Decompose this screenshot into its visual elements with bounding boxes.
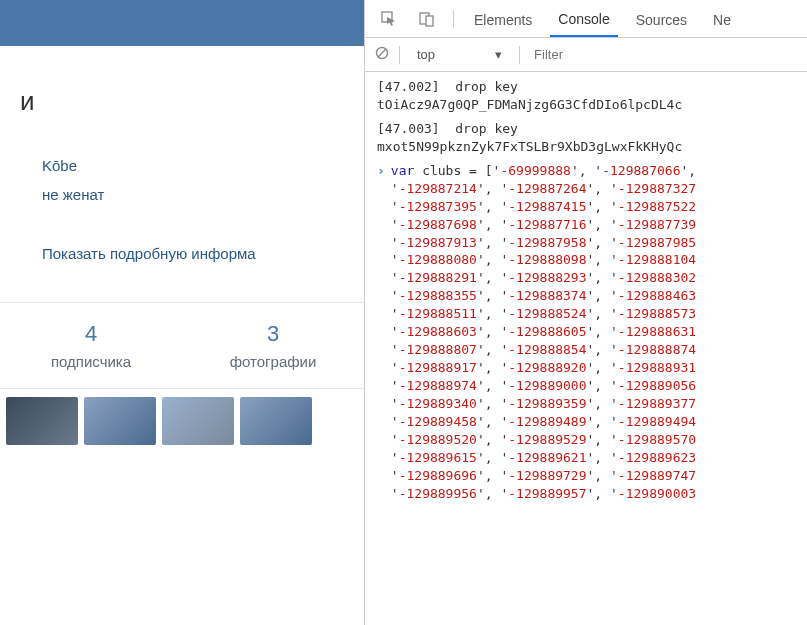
stat-photos[interactable]: 3 фотографии [182,321,364,370]
tab-elements[interactable]: Elements [466,2,540,36]
console-output[interactable]: [47.002] drop key tOiAcz9A7g0QP_FDMaNjzg… [365,72,807,625]
filter-input[interactable] [530,45,797,64]
photo-thumb[interactable] [84,397,156,445]
profile-marital-status: не женат [42,186,364,203]
stat-number: 4 [0,321,182,347]
stat-subscribers[interactable]: 4 подписчика [0,321,182,370]
svg-line-4 [378,49,386,57]
photo-thumb[interactable] [162,397,234,445]
console-log: [47.002] drop key tOiAcz9A7g0QP_FDMaNjzg… [377,78,807,114]
toggle-device-icon[interactable] [413,8,441,30]
profile-city: Kōbe [42,157,364,174]
console-code: var clubs = ['-69999888', '-129887066', … [391,162,704,503]
devtools-tabs: Elements Console Sources Ne [365,0,807,38]
tab-network[interactable]: Ne [705,2,739,36]
svg-rect-2 [426,16,433,26]
profile-info: Kōbe не женат [0,129,364,203]
stat-label: подписчика [0,353,182,370]
console-toolbar: top ▾ [365,38,807,72]
separator [453,10,454,28]
chevron-down-icon: ▾ [495,47,502,62]
photo-thumb[interactable] [6,397,78,445]
profile-name-fragment: и [0,46,364,129]
prompt-caret-icon: › [377,162,385,180]
vk-top-bar [0,0,364,46]
vk-profile-pane: и Kōbe не женат Показать подробную инфор… [0,0,365,625]
stat-number: 3 [182,321,364,347]
photo-thumb[interactable] [240,397,312,445]
stat-label: фотографии [182,353,364,370]
inspect-element-icon[interactable] [375,8,403,30]
console-log: [47.003] drop key mxot5N99pkznZyk7FxTSLB… [377,120,807,156]
tab-console[interactable]: Console [550,1,617,37]
clear-console-icon[interactable] [375,46,389,63]
separator [399,46,400,64]
context-selector[interactable]: top ▾ [410,44,509,65]
context-label: top [417,47,435,62]
devtools-pane: Elements Console Sources Ne top ▾ [47.00… [365,0,807,625]
show-details-link[interactable]: Показать подробную информа [0,215,364,262]
console-input-line[interactable]: › var clubs = ['-69999888', '-129887066'… [377,162,807,503]
tab-sources[interactable]: Sources [628,2,695,36]
photo-thumbnails [0,389,364,445]
profile-stats: 4 подписчика 3 фотографии [0,302,364,389]
separator [519,46,520,64]
